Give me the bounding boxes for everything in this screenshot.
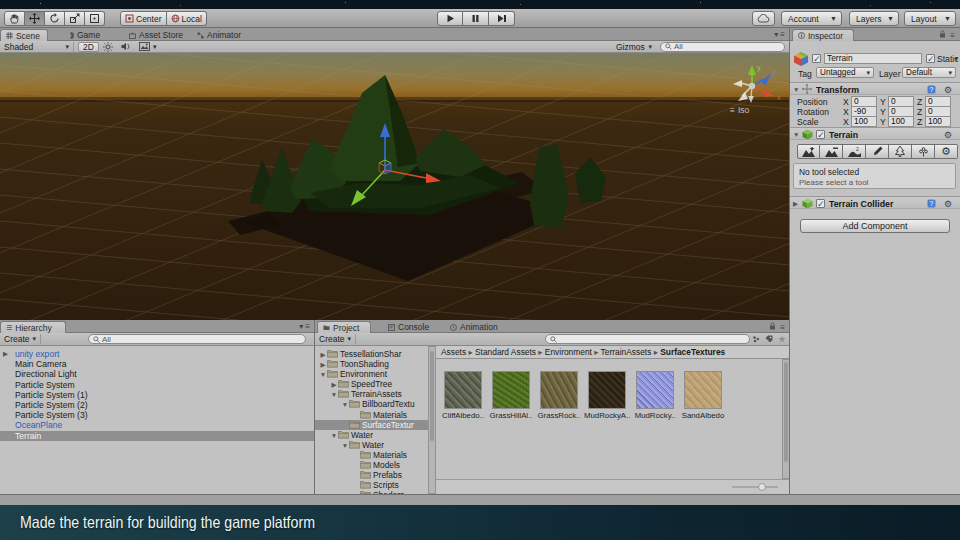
tab-scene[interactable]: Scene (0, 29, 48, 41)
scale-tool-button[interactable] (65, 11, 85, 26)
collider-enabled-checkbox[interactable]: ✓ (816, 199, 825, 208)
scene-effects-dropdown[interactable]: ▾ (135, 42, 161, 51)
project-tree-item[interactable]: ▼TerrainAssets (315, 389, 428, 399)
move-tool-button[interactable] (25, 11, 45, 26)
breadcrumb-item[interactable]: Standard Assets (475, 347, 536, 357)
play-button[interactable] (437, 11, 463, 26)
cloud-services-button[interactable] (752, 11, 775, 26)
pivot-center-button[interactable]: Center (120, 11, 167, 26)
hierarchy-item[interactable]: Particle System (1) (0, 390, 314, 400)
hierarchy-item[interactable]: ▶unity export (0, 349, 314, 359)
project-tree-item[interactable]: Prefabs (315, 470, 428, 480)
terrain-smooth-height-tool-button[interactable]: 2 (843, 144, 866, 159)
gear-icon[interactable]: ⚙ (944, 85, 952, 95)
static-checkbox[interactable]: ✓ (926, 54, 935, 63)
texture-thumbnail[interactable] (492, 371, 530, 409)
tab-inspector[interactable]: Inspector (792, 29, 854, 41)
scene-audio-toggle[interactable] (117, 42, 135, 51)
transform-scale-y-field[interactable]: 100 (888, 116, 914, 127)
layer-dropdown[interactable]: Default▾ (902, 67, 956, 78)
texture-thumbnail[interactable] (540, 371, 578, 409)
tab-animation[interactable]: Animation (445, 321, 505, 333)
project-tree-item[interactable]: Materials (315, 410, 428, 420)
project-create-dropdown[interactable]: Create ▾ (315, 334, 356, 344)
project-tree-item[interactable]: ▶TessellationShar (315, 349, 428, 359)
texture-thumbnail[interactable] (636, 371, 674, 409)
terrain-settings-tool-button[interactable]: ⚙ (935, 144, 958, 159)
2d-toggle-button[interactable]: 2D (78, 42, 99, 52)
thumbnail-size-slider[interactable] (730, 482, 780, 492)
foldout-open-icon[interactable]: ▼ (793, 86, 799, 93)
gameobject-name-field[interactable]: Terrain (824, 53, 922, 64)
texture-asset[interactable]: MudRocky.. (632, 371, 678, 420)
help-icon[interactable]: ? (927, 85, 936, 94)
breadcrumb-item[interactable]: SurfaceTextures (660, 347, 725, 357)
terrain-component-header[interactable]: ▼ ✓ Terrain ⚙ (790, 127, 960, 140)
transform-scale-z-field[interactable]: 100 (925, 116, 951, 127)
add-component-button[interactable]: Add Component (800, 219, 950, 233)
pivot-local-button[interactable]: Local (167, 11, 207, 26)
terrain-paint-details-tool-button[interactable] (912, 144, 935, 159)
texture-asset[interactable]: SandAlbedo (680, 371, 726, 420)
texture-asset[interactable]: MudRockyA.. (584, 371, 630, 420)
step-button[interactable] (489, 11, 515, 26)
tab-hierarchy[interactable]: ☰ Hierarchy (0, 321, 66, 333)
hierarchy-item[interactable]: Particle System (0, 380, 314, 390)
scene-search-input[interactable]: All (660, 42, 785, 52)
terrain-raise-lower-tool-button[interactable] (797, 144, 820, 159)
shading-mode-dropdown[interactable]: Shaded ▾ (0, 42, 74, 52)
project-tree-item[interactable]: ▼Water (315, 430, 428, 440)
scene-viewport[interactable]: y z x ≡ Iso (0, 53, 790, 320)
terrain-paint-height-tool-button[interactable] (820, 144, 843, 159)
active-checkbox[interactable]: ✓ (812, 54, 821, 63)
tag-dropdown[interactable]: Untagged▾ (816, 67, 874, 78)
project-tree-item[interactable]: Materials (315, 450, 428, 460)
panel-menu-icons[interactable]: ▾≡ (299, 322, 312, 331)
hierarchy-search-input[interactable]: All (88, 334, 306, 344)
texture-asset[interactable]: GrassRock.. (536, 371, 582, 420)
terrain-enabled-checkbox[interactable]: ✓ (816, 130, 825, 139)
project-tree-item[interactable]: Scripts (315, 480, 428, 490)
help-icon[interactable]: ? (927, 199, 936, 208)
rect-tool-button[interactable] (85, 11, 105, 26)
hierarchy-item[interactable]: OceanPlane (0, 420, 314, 430)
layout-dropdown[interactable]: Layout ▼ (904, 11, 956, 26)
search-by-type-icon[interactable] (752, 335, 760, 343)
breadcrumb-item[interactable]: Assets (441, 347, 466, 357)
transform-scale-x-field[interactable]: 100 (851, 116, 877, 127)
hierarchy-item[interactable]: Main Camera (0, 359, 314, 369)
search-by-label-icon[interactable] (765, 335, 773, 343)
breadcrumb-item[interactable]: Environment (545, 347, 592, 357)
tab-project[interactable]: Project (317, 321, 371, 333)
texture-asset[interactable]: GrassHillAl.. (488, 371, 534, 420)
tab-console[interactable]: Console (383, 321, 436, 333)
hierarchy-create-dropdown[interactable]: Create ▾ (0, 334, 41, 344)
project-tree-item[interactable]: ▼BillboardTextu (315, 399, 428, 409)
static-dropdown-icon[interactable]: ▾ (954, 55, 958, 63)
scene-lighting-toggle[interactable] (99, 42, 117, 52)
gear-icon[interactable]: ⚙ (944, 199, 952, 209)
project-tree-item[interactable]: ▶SpeedTree (315, 379, 428, 389)
gizmos-dropdown[interactable]: Gizmos ▾ (612, 42, 656, 52)
texture-thumbnail[interactable] (588, 371, 626, 409)
projection-mode-label[interactable]: ≡ Iso (730, 105, 749, 115)
gear-icon[interactable]: ⚙ (944, 130, 952, 140)
project-search-input[interactable] (545, 334, 750, 344)
terrain-collider-header[interactable]: ▶ ✓ Terrain Collider ? ⚙ (790, 196, 960, 209)
project-tree-item[interactable]: ▼Water (315, 440, 428, 450)
texture-thumbnail[interactable] (444, 371, 482, 409)
panel-lock-menu-icons[interactable]: ≡ (939, 30, 957, 40)
terrain-paint-texture-tool-button[interactable] (866, 144, 889, 159)
terrain-place-trees-tool-button[interactable] (889, 144, 912, 159)
hand-tool-button[interactable] (4, 11, 25, 26)
breadcrumb-item[interactable]: TerrainAssets (601, 347, 652, 357)
tab-game[interactable]: Game (62, 29, 107, 41)
layers-dropdown[interactable]: Layers ▼ (849, 11, 899, 26)
hierarchy-item[interactable]: Particle System (2) (0, 400, 314, 410)
project-tree-item[interactable]: Models (315, 460, 428, 470)
favorites-star-icon[interactable] (778, 335, 786, 343)
foldout-closed-icon[interactable]: ▶ (793, 200, 798, 208)
panel-lock-menu-icons[interactable]: ≡ (769, 322, 787, 332)
project-tree-item[interactable]: ▼Environment (315, 369, 428, 379)
foldout-open-icon[interactable]: ▼ (793, 131, 799, 138)
